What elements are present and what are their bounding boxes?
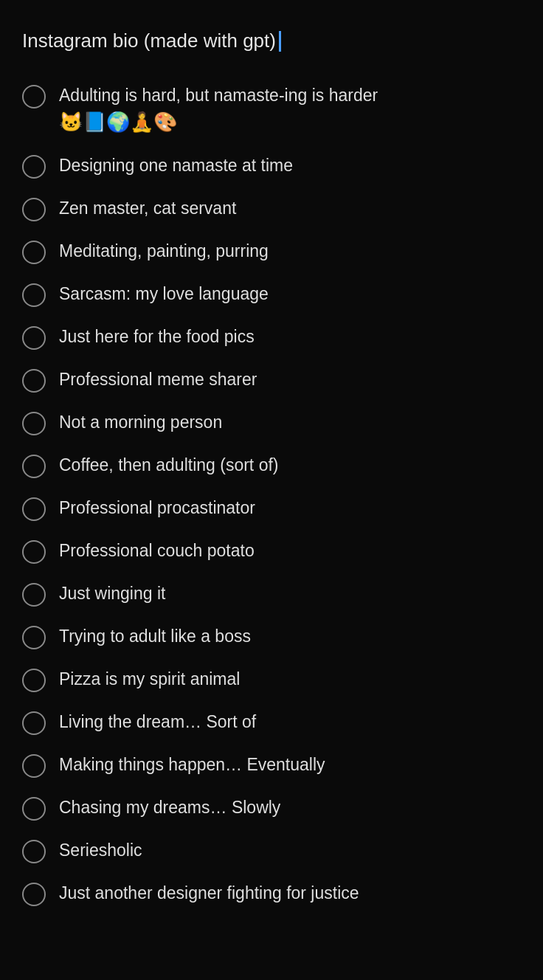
option-text-9: Coffee, then adulting (sort of) [59, 453, 521, 477]
radio-option-4[interactable]: Meditating, painting, purring [22, 230, 521, 273]
text-cursor [279, 31, 281, 52]
radio-circle-14[interactable] [22, 669, 46, 692]
radio-option-17[interactable]: Chasing my dreams… Slowly [22, 787, 521, 829]
radio-option-10[interactable]: Professional procastinator [22, 487, 521, 530]
radio-circle-15[interactable] [22, 711, 46, 735]
radio-circle-6[interactable] [22, 326, 46, 350]
radio-option-9[interactable]: Coffee, then adulting (sort of) [22, 444, 521, 487]
options-list: Adulting is hard, but namaste-ing is har… [22, 75, 521, 915]
radio-option-8[interactable]: Not a morning person [22, 401, 521, 444]
radio-circle-2[interactable] [22, 155, 46, 179]
radio-option-7[interactable]: Professional meme sharer [22, 359, 521, 401]
radio-option-13[interactable]: Trying to adult like a boss [22, 615, 521, 658]
radio-circle-4[interactable] [22, 241, 46, 264]
radio-circle-19[interactable] [22, 883, 46, 906]
radio-option-11[interactable]: Professional couch potato [22, 530, 521, 573]
radio-circle-17[interactable] [22, 797, 46, 821]
option-text-3: Zen master, cat servant [59, 196, 521, 220]
option-text-14: Pizza is my spirit animal [59, 667, 521, 691]
option-text-5: Sarcasm: my love language [59, 282, 521, 306]
radio-circle-8[interactable] [22, 412, 46, 435]
radio-option-5[interactable]: Sarcasm: my love language [22, 273, 521, 316]
radio-circle-12[interactable] [22, 583, 46, 607]
radio-circle-10[interactable] [22, 497, 46, 521]
option-text-4: Meditating, painting, purring [59, 239, 521, 263]
radio-option-14[interactable]: Pizza is my spirit animal [22, 658, 521, 701]
option-text-7: Professional meme sharer [59, 368, 521, 391]
option-text-13: Trying to adult like a boss [59, 624, 521, 648]
radio-circle-3[interactable] [22, 198, 46, 221]
option-text-6: Just here for the food pics [59, 325, 521, 348]
radio-option-2[interactable]: Designing one namaste at time [22, 145, 521, 187]
option-text-11: Professional couch potato [59, 539, 521, 562]
option-text-2: Designing one namaste at time [59, 153, 521, 177]
radio-option-3[interactable]: Zen master, cat servant [22, 187, 521, 230]
radio-circle-11[interactable] [22, 540, 46, 564]
radio-option-15[interactable]: Living the dream… Sort of [22, 701, 521, 744]
radio-option-18[interactable]: Seriesholic [22, 829, 521, 872]
radio-circle-1[interactable] [22, 85, 46, 108]
radio-option-6[interactable]: Just here for the food pics [22, 316, 521, 359]
option-text-19: Just another designer fighting for justi… [59, 881, 521, 905]
radio-option-19[interactable]: Just another designer fighting for justi… [22, 872, 521, 915]
option-text-16: Making things happen… Eventually [59, 753, 521, 776]
radio-circle-13[interactable] [22, 626, 46, 649]
option-text-18: Seriesholic [59, 838, 521, 862]
radio-circle-18[interactable] [22, 840, 46, 863]
radio-option-12[interactable]: Just winging it [22, 573, 521, 615]
radio-option-16[interactable]: Making things happen… Eventually [22, 744, 521, 787]
option-emojis: 🐱📘🌍🧘🎨 [59, 108, 521, 135]
option-text-1: Adulting is hard, but namaste-ing is har… [59, 83, 521, 136]
option-text-12: Just winging it [59, 582, 521, 605]
radio-circle-5[interactable] [22, 283, 46, 307]
radio-circle-16[interactable] [22, 754, 46, 778]
option-text-15: Living the dream… Sort of [59, 710, 521, 734]
option-text-8: Not a morning person [59, 410, 521, 434]
radio-circle-7[interactable] [22, 369, 46, 393]
radio-circle-9[interactable] [22, 455, 46, 478]
option-text-10: Professional procastinator [59, 496, 521, 520]
option-text-17: Chasing my dreams… Slowly [59, 796, 521, 819]
page-title: Instagram bio (made with gpt) [22, 30, 521, 52]
radio-option-1[interactable]: Adulting is hard, but namaste-ing is har… [22, 75, 521, 145]
